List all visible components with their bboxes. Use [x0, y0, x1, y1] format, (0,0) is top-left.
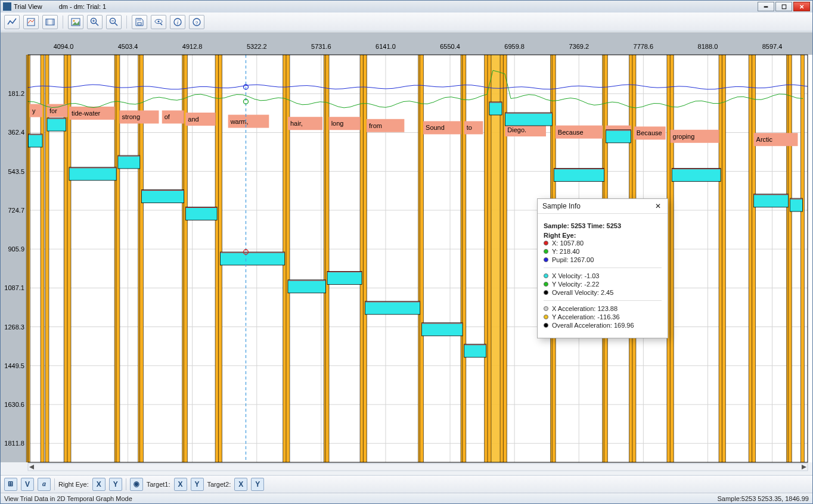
temporal-graph-button[interactable] [4, 15, 20, 29]
svg-text:strong: strong [122, 113, 140, 120]
temporal-graph[interactable]: 4094.04503.44912.85322.25731.66141.06550… [1, 32, 812, 475]
svg-text:of: of [165, 113, 170, 120]
svg-text:and: and [188, 116, 198, 123]
target-marker-button[interactable]: ◉ [130, 478, 143, 491]
sample-info-close-button[interactable]: ✕ [653, 201, 663, 211]
svg-point-5 [73, 20, 75, 21]
velocity-toggle-button[interactable]: V [21, 478, 34, 491]
svg-rect-276 [28, 463, 808, 471]
app-icon [3, 2, 11, 11]
svg-text:hair,: hair, [290, 120, 303, 127]
window-close-button[interactable]: ✕ [793, 2, 810, 11]
svg-rect-0 [27, 18, 35, 26]
svg-rect-14 [138, 23, 141, 25]
status-coordinates: Sample:5253 5253.35, 1846.99 [717, 495, 809, 502]
svg-text:5731.6: 5731.6 [311, 43, 331, 50]
svg-text:5322.2: 5322.2 [247, 43, 267, 50]
svg-line-11 [115, 23, 118, 26]
image-view-button[interactable] [68, 15, 83, 29]
svg-rect-119 [325, 55, 329, 462]
svg-rect-267 [754, 194, 789, 207]
acceleration-toggle-button[interactable]: a [38, 478, 51, 491]
svg-rect-247 [288, 280, 325, 293]
svg-rect-173 [670, 55, 674, 462]
svg-text:6550.4: 6550.4 [440, 43, 460, 50]
svg-text:i: i [177, 20, 179, 26]
svg-text:tide-water: tide-water [72, 110, 101, 117]
svg-rect-233 [28, 134, 42, 147]
svg-text:4912.8: 4912.8 [182, 43, 203, 50]
svg-text:1449.5: 1449.5 [4, 362, 24, 369]
target2-label: Target2: [207, 481, 231, 488]
svg-text:y: y [32, 107, 36, 114]
svg-text:7369.2: 7369.2 [569, 43, 589, 50]
target1-label: Target1: [147, 481, 170, 488]
target2-y-button[interactable]: Y [251, 478, 264, 491]
svg-rect-2 [46, 19, 48, 25]
svg-rect-194 [800, 55, 804, 462]
svg-rect-13 [137, 18, 141, 21]
status-mode-text: View Trial Data in 2D Temporal Graph Mod… [4, 495, 132, 502]
svg-text:362.4: 362.4 [8, 129, 24, 136]
svg-text:Because: Because [637, 129, 662, 136]
target1-x-button[interactable]: X [174, 478, 187, 491]
window-minimize-button[interactable]: ━ [758, 2, 774, 11]
svg-rect-143 [488, 55, 491, 462]
svg-text:from: from [369, 122, 382, 129]
status-bar: View Trial Data in 2D Temporal Graph Mod… [1, 493, 812, 503]
svg-rect-265 [672, 169, 721, 182]
info-button[interactable]: i [170, 15, 185, 29]
svg-rect-125 [363, 55, 367, 462]
zoom-in-button[interactable] [87, 15, 103, 29]
sample-info-eye-label: Right Eye: [544, 232, 662, 239]
svg-text:6959.8: 6959.8 [504, 43, 525, 50]
svg-text:1630.6: 1630.6 [4, 401, 24, 408]
animation-playback-button[interactable] [42, 15, 58, 29]
save-button[interactable] [132, 15, 147, 29]
svg-text:1087.1: 1087.1 [4, 284, 24, 291]
window-maximize-button[interactable]: ☐ [775, 2, 792, 11]
window-titlebar: Trial View dm - dm: Trial: 1 ━ ☐ ✕ [1, 1, 812, 13]
bottom-toolbar: ⊞ V a Right Eye: X Y ◉ Target1: X Y Targ… [1, 475, 812, 493]
svg-text:6141.0: 6141.0 [376, 43, 396, 50]
svg-text:to: to [467, 124, 472, 131]
svg-rect-89 [116, 55, 120, 462]
help-button[interactable]: ? [189, 15, 204, 29]
right-eye-x-button[interactable]: X [92, 478, 105, 491]
svg-rect-185 [752, 55, 756, 462]
svg-text:8597.4: 8597.4 [762, 43, 783, 50]
svg-text:for: for [49, 107, 57, 114]
sample-info-title: Sample Info [542, 202, 581, 210]
svg-rect-243 [185, 207, 217, 220]
target2-x-button[interactable]: X [234, 478, 247, 491]
svg-rect-255 [464, 344, 486, 357]
svg-rect-179 [722, 55, 725, 462]
grid-toggle-button[interactable]: ⊞ [4, 478, 17, 491]
eye-zoom-button[interactable] [151, 15, 166, 29]
svg-text:1268.3: 1268.3 [4, 323, 24, 331]
zoom-out-button[interactable] [106, 15, 122, 29]
svg-rect-137 [463, 55, 466, 462]
svg-text:Diego.: Diego. [507, 126, 526, 133]
svg-rect-237 [69, 167, 116, 181]
svg-text:724.7: 724.7 [8, 207, 24, 214]
svg-text:Because: Because [558, 129, 584, 136]
svg-rect-259 [505, 113, 552, 126]
svg-text:7778.6: 7778.6 [634, 43, 654, 50]
svg-rect-263 [606, 130, 631, 143]
svg-rect-191 [788, 55, 792, 462]
svg-text:181.2: 181.2 [8, 90, 24, 97]
svg-rect-261 [554, 169, 604, 182]
target1-y-button[interactable]: Y [191, 478, 204, 491]
right-eye-y-button[interactable]: Y [109, 478, 122, 491]
svg-rect-251 [365, 301, 420, 315]
svg-text:4503.4: 4503.4 [118, 43, 138, 50]
svg-rect-257 [489, 102, 502, 115]
right-eye-label: Right Eye: [58, 481, 89, 488]
svg-rect-245 [220, 252, 284, 265]
spatial-overlay-button[interactable] [23, 15, 39, 29]
svg-text:1811.8: 1811.8 [4, 440, 24, 447]
svg-text:long: long [331, 120, 344, 127]
svg-rect-113 [286, 55, 290, 462]
chart-area[interactable]: 4094.04503.44912.85322.25731.66141.06550… [1, 32, 812, 475]
